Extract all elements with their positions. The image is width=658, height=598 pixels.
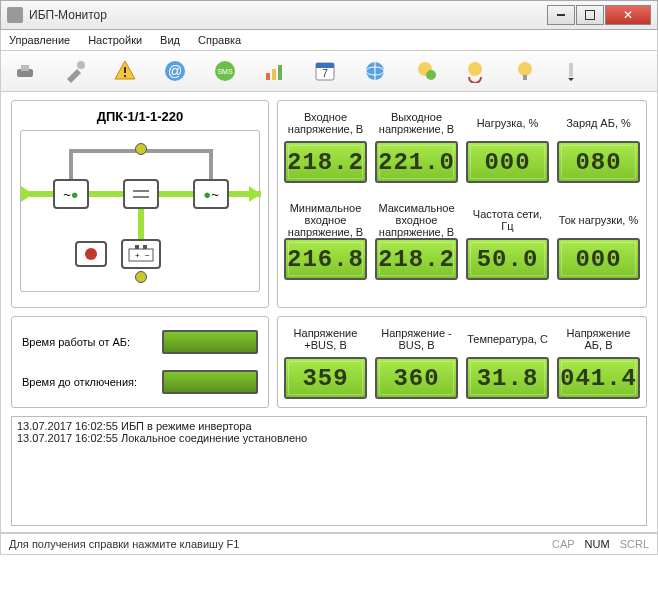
device-name: ДПК-1/1-1-220 <box>20 109 260 124</box>
min-input-value: 216.8 <box>284 238 367 280</box>
svg-text:+: + <box>135 251 140 260</box>
bypass-indicator <box>135 143 147 155</box>
input-voltage-value: 218.2 <box>284 141 367 183</box>
bus-neg-value: 360 <box>375 357 458 399</box>
svg-rect-22 <box>569 63 573 77</box>
battery-voltage-label: Напряжение АБ, В <box>557 325 640 353</box>
svg-rect-11 <box>278 65 282 80</box>
frequency-value: 50.0 <box>466 238 549 280</box>
load-current-label: Ток нагрузки, % <box>557 206 640 234</box>
toolbar-overflow-icon[interactable] <box>561 57 589 85</box>
warning-icon[interactable] <box>111 57 139 85</box>
bulb-icon[interactable] <box>511 57 539 85</box>
svg-rect-25 <box>143 245 147 249</box>
svg-text:SMS: SMS <box>217 68 233 75</box>
svg-rect-9 <box>266 73 270 80</box>
svg-rect-10 <box>272 69 276 80</box>
tools-icon[interactable] <box>61 57 89 85</box>
output-voltage-value: 221.0 <box>375 141 458 183</box>
bus-neg-label: Напряжение -BUS, В <box>375 325 458 353</box>
caps-indicator: CAP <box>552 538 575 550</box>
ups-schematic: ~● ●~ +− <box>20 130 260 292</box>
close-button[interactable] <box>605 5 651 25</box>
max-input-label: Максимальное входное напряжение, В <box>375 206 458 234</box>
svg-rect-24 <box>135 245 139 249</box>
metrics-panel-top: Входное напряжение, В218.2 Выходное напр… <box>277 100 647 308</box>
log-line: 13.07.2017 16:02:55 Локальное соединение… <box>17 432 641 444</box>
output-voltage-label: Выходное напряжение, В <box>375 109 458 137</box>
temperature-value: 31.8 <box>466 357 549 399</box>
window-title: ИБП-Монитор <box>29 8 546 22</box>
log-line: 13.07.2017 16:02:55 ИБП в режиме инверто… <box>17 420 641 432</box>
svg-point-18 <box>426 70 436 80</box>
battery-block: +− <box>121 239 161 269</box>
load-current-value: 000 <box>557 238 640 280</box>
load-value: 000 <box>466 141 549 183</box>
toolbar: @ SMS 7 <box>0 51 658 92</box>
maximize-button[interactable] <box>576 5 604 25</box>
frequency-label: Частота сети, Гц <box>466 206 549 234</box>
metrics-panel-bottom: Напряжение +BUS, В359 Напряжение -BUS, В… <box>277 316 647 408</box>
bulb-green-icon[interactable] <box>411 57 439 85</box>
runtime-on-battery-bar <box>162 330 258 354</box>
svg-point-2 <box>77 61 85 69</box>
menu-control[interactable]: Управление <box>9 34 70 46</box>
status-hint: Для получения справки нажмите клавишу F1 <box>9 538 542 550</box>
rectifier-block: ~● <box>53 179 89 209</box>
event-log[interactable]: 13.07.2017 16:02:55 ИБП в режиме инверто… <box>11 416 647 526</box>
runtime-panel: Время работы от АБ: Время до отключения: <box>11 316 269 408</box>
input-voltage-label: Входное напряжение, В <box>284 109 367 137</box>
status-bar: Для получения справки нажмите клавишу F1… <box>0 533 658 555</box>
battery-charge-label: Заряд АБ, % <box>557 109 640 137</box>
battery-indicator <box>135 271 147 283</box>
temperature-label: Температура, С <box>466 325 549 353</box>
svg-text:@: @ <box>168 63 182 79</box>
svg-text:−: − <box>145 251 150 260</box>
svg-text:7: 7 <box>322 68 328 79</box>
bulb-refresh-icon[interactable] <box>461 57 489 85</box>
bus-pos-label: Напряжение +BUS, В <box>284 325 367 353</box>
device-panel: ДПК-1/1-1-220 ~● <box>11 100 269 308</box>
battery-voltage-value: 041.4 <box>557 357 640 399</box>
inverter-block: ●~ <box>193 179 229 209</box>
menu-help[interactable]: Справка <box>198 34 241 46</box>
num-indicator: NUM <box>585 538 610 550</box>
calendar-icon[interactable]: 7 <box>311 57 339 85</box>
globe-icon[interactable] <box>361 57 389 85</box>
sms-icon[interactable]: SMS <box>211 57 239 85</box>
runtime-to-shutdown-bar <box>162 370 258 394</box>
svg-rect-1 <box>21 65 29 71</box>
scroll-indicator: SCRL <box>620 538 649 550</box>
max-input-value: 218.2 <box>375 238 458 280</box>
battery-charge-value: 080 <box>557 141 640 183</box>
menu-settings[interactable]: Настройки <box>88 34 142 46</box>
app-icon <box>7 7 23 23</box>
svg-point-19 <box>468 62 482 76</box>
menu-bar: Управление Настройки Вид Справка <box>0 30 658 51</box>
fault-indicator <box>75 241 107 267</box>
runtime-to-shutdown-label: Время до отключения: <box>22 376 156 388</box>
minimize-button[interactable] <box>547 5 575 25</box>
svg-rect-3 <box>124 67 126 73</box>
email-icon[interactable]: @ <box>161 57 189 85</box>
menu-view[interactable]: Вид <box>160 34 180 46</box>
min-input-label: Минимальное входное напряжение, В <box>284 206 367 234</box>
svg-rect-21 <box>523 75 527 80</box>
load-label: Нагрузка, % <box>466 109 549 137</box>
connection-icon[interactable] <box>11 57 39 85</box>
dc-block <box>123 179 159 209</box>
svg-point-20 <box>518 62 532 76</box>
runtime-on-battery-label: Время работы от АБ: <box>22 336 156 348</box>
window-titlebar: ИБП-Монитор <box>0 0 658 30</box>
svg-rect-4 <box>124 75 126 77</box>
chart-icon[interactable] <box>261 57 289 85</box>
bus-pos-value: 359 <box>284 357 367 399</box>
